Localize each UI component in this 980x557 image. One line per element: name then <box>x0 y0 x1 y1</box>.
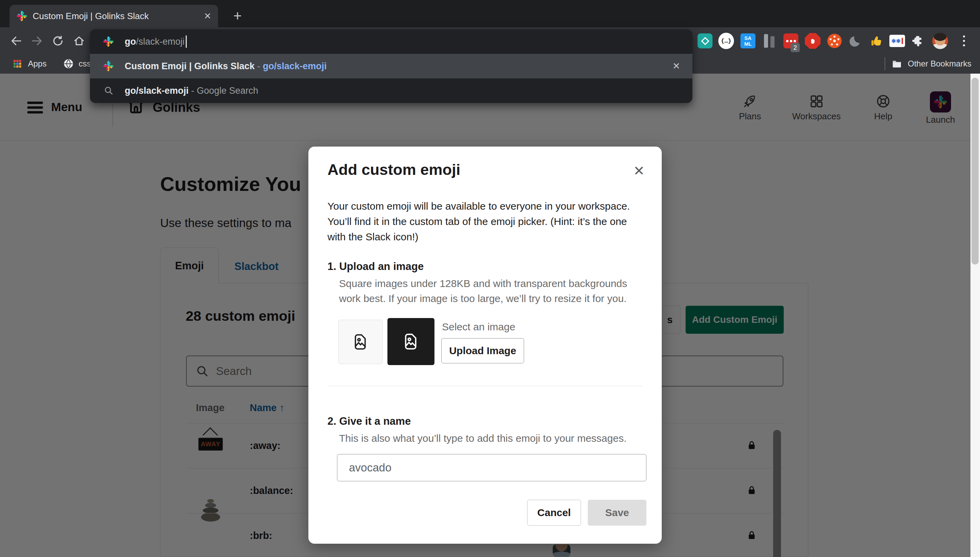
scrollbar-thumb[interactable] <box>972 78 978 264</box>
profile-avatar[interactable] <box>932 33 948 49</box>
suggestion-engine: Google Search <box>197 86 258 96</box>
extension-badge: 2 <box>791 43 800 52</box>
step1-description: Square images under 128KB and with trans… <box>339 276 627 306</box>
emoji-preview-dark <box>387 318 434 365</box>
modal-close-icon[interactable]: ✕ <box>633 163 645 179</box>
modal-intro: Your custom emoji will be available to e… <box>327 199 630 244</box>
extensions-puzzle-icon[interactable] <box>910 33 925 49</box>
omnibox-dropdown: go /slack-emoji Custom Emoji | Golinks S… <box>90 29 692 103</box>
slack-favicon <box>103 61 114 72</box>
suggestion-separator: - <box>189 86 197 96</box>
reload-button[interactable] <box>50 33 66 49</box>
home-button[interactable] <box>71 33 87 49</box>
emoji-name-input[interactable] <box>348 461 635 474</box>
step1-heading: 1. Upload an image <box>327 261 424 273</box>
modal-divider <box>327 386 643 386</box>
suggestion-query: go/slack-emoji <box>125 86 189 96</box>
upload-image-button[interactable]: Upload Image <box>441 338 524 363</box>
teal-extension-icon[interactable] <box>697 33 713 49</box>
back-button[interactable] <box>8 33 24 49</box>
new-tab-button[interactable]: + <box>229 8 246 24</box>
tab-strip: Custom Emoji | Golinks Slack ✕ + <box>0 0 980 27</box>
globe-icon <box>63 58 74 69</box>
bookmarks-divider <box>884 57 885 70</box>
browser-tab[interactable]: Custom Emoji | Golinks Slack ✕ <box>10 5 218 27</box>
tab-close-icon[interactable]: ✕ <box>204 11 211 20</box>
orange-network-extension-icon[interactable] <box>827 33 842 49</box>
step2-heading: 2. Give it a name <box>327 415 411 427</box>
thumbs-up-extension-icon[interactable] <box>868 33 884 49</box>
json-formatter-extension-icon[interactable]: {…} <box>718 33 734 49</box>
suggestion-row-search[interactable]: go/slack-emoji - Google Search <box>90 78 692 103</box>
image-placeholder-icon <box>351 332 370 352</box>
add-custom-emoji-modal: Add custom emoji ✕ Your custom emoji wil… <box>309 147 662 544</box>
saml-extension-icon[interactable]: SAML <box>740 33 756 49</box>
suggestion-title: Custom Emoji | Golinks Slack <box>125 61 255 72</box>
suggestion-row-navigate[interactable]: Custom Emoji | Golinks Slack - go/slack-… <box>90 54 692 78</box>
browser-menu-icon[interactable] <box>956 33 972 49</box>
forward-button[interactable] <box>29 33 45 49</box>
text-caret <box>186 36 187 48</box>
password-manager-extension-icon[interactable]: 2 <box>783 33 799 49</box>
folder-icon <box>891 58 902 69</box>
apps-grid-icon <box>12 59 23 69</box>
omnibox-typed-text[interactable]: go <box>125 36 136 47</box>
screen: Custom Emoji | Golinks Slack ✕ + {…} SAM… <box>0 0 980 557</box>
tab-title: Custom Emoji | Golinks Slack <box>33 11 198 21</box>
image-placeholder-icon <box>401 332 421 352</box>
suggestion-separator: - <box>255 61 263 72</box>
bookmark-label: Apps <box>28 59 47 68</box>
omnibox-completion-text[interactable]: /slack-emoji <box>136 36 185 47</box>
password-card-extension-icon[interactable]: ✱✱ <box>889 33 905 49</box>
suggestion-url: go/slack-emoji <box>263 61 327 72</box>
save-button[interactable]: Save <box>588 500 647 526</box>
omnibox[interactable]: go /slack-emoji <box>90 29 692 54</box>
other-bookmarks[interactable]: Other Bookmarks <box>891 58 972 69</box>
modal-title: Add custom emoji <box>327 161 460 179</box>
emoji-preview-light <box>338 320 383 364</box>
bookmark-apps[interactable]: Apps <box>12 59 47 69</box>
blocker-extension-icon[interactable] <box>805 33 821 49</box>
emoji-name-field[interactable] <box>337 454 647 481</box>
slack-favicon <box>103 36 114 47</box>
browser-scrollbar[interactable] <box>970 73 980 557</box>
other-bookmarks-label: Other Bookmarks <box>908 59 972 68</box>
step2-description: This is also what you’ll type to add thi… <box>339 431 627 446</box>
remove-suggestion-icon[interactable]: ✕ <box>672 61 680 72</box>
dark-mode-moon-icon[interactable] <box>848 33 864 49</box>
cancel-button[interactable]: Cancel <box>527 500 581 526</box>
search-icon <box>104 86 114 96</box>
select-image-label: Select an image <box>442 321 515 333</box>
pause-extension-icon[interactable] <box>761 33 777 49</box>
slack-favicon <box>16 11 27 21</box>
